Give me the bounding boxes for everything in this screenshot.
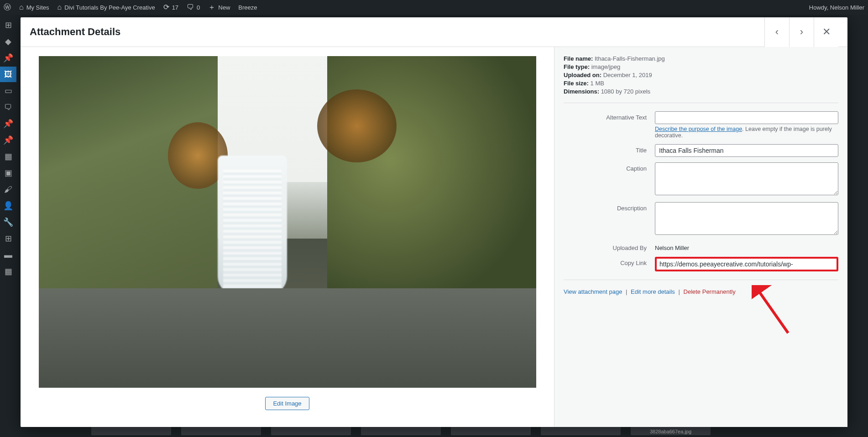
attachment-actions: View attachment page | Edit more details… xyxy=(564,280,838,295)
modal-header: Attachment Details ‹ › ✕ xyxy=(21,17,847,47)
dimensions-value: 1080 by 720 pixels xyxy=(601,88,650,95)
uploaded-on-label: Uploaded on: xyxy=(564,72,601,78)
title-label: Title xyxy=(564,144,655,154)
menu-pin3[interactable]: 📌 xyxy=(0,132,16,148)
new-content-link[interactable]: ＋New xyxy=(208,4,230,11)
comments-count: 0 xyxy=(197,4,200,11)
chevron-left-icon: ‹ xyxy=(775,26,779,38)
howdy-link[interactable]: Howdy, Nelson Miller xyxy=(809,4,864,11)
caption-textarea[interactable] xyxy=(655,162,838,195)
menu-tools[interactable]: 🔧 xyxy=(0,214,16,230)
new-label: New xyxy=(218,4,230,11)
file-meta-block: File name: Ithaca-Falls-Fisherman.jpg Fi… xyxy=(564,55,838,103)
admin-sidebar: ⊞ ◆ 📌 🖼 ▭ 🗨 📌 📌 ▦ ▣ 🖌 👤 🔧 ⊞ ▬ ▦ xyxy=(0,15,16,437)
caption-label: Caption xyxy=(564,162,655,172)
file-size-label: File size: xyxy=(564,80,589,87)
file-size-value: 1 MB xyxy=(591,80,604,87)
bg-thumb-caption: 3828aba667ea.jpg xyxy=(650,429,691,434)
menu-folder[interactable]: ▬ xyxy=(0,247,16,263)
refresh-icon: ⟳ xyxy=(163,4,169,11)
plus-icon: ＋ xyxy=(208,4,215,11)
menu-dashboard[interactable]: ⊞ xyxy=(0,17,16,33)
action-sep: | xyxy=(679,288,680,295)
copy-link-label: Copy Link xyxy=(564,257,655,266)
uploaded-by-value: Nelson Miller xyxy=(655,242,838,251)
chevron-right-icon: › xyxy=(800,26,803,38)
copy-link-input[interactable] xyxy=(655,257,838,271)
menu-divi[interactable]: ◆ xyxy=(0,34,16,49)
comments-link[interactable]: 🗨0 xyxy=(187,4,200,11)
wp-logo[interactable]: ⓦ xyxy=(4,4,11,11)
menu-appearance[interactable]: 🖌 xyxy=(0,182,16,197)
updates-count: 17 xyxy=(172,4,178,11)
site-name-link[interactable]: ⌂Divi Tutorials By Pee-Aye Creative xyxy=(58,4,155,11)
home-icon: ⌂ xyxy=(58,4,62,11)
title-input[interactable] xyxy=(655,144,838,157)
action-sep: | xyxy=(626,288,627,295)
file-type-label: File type: xyxy=(564,63,590,70)
wordpress-icon: ⓦ xyxy=(4,4,11,11)
menu-comments[interactable]: 🗨 xyxy=(0,99,16,115)
my-sites-label: My Sites xyxy=(26,4,49,11)
edit-image-button[interactable]: Edit Image xyxy=(265,397,309,410)
menu-pin[interactable]: 📌 xyxy=(0,50,16,66)
file-name-value: Ithaca-Falls-Fisherman.jpg xyxy=(595,55,665,62)
site-name-label: Divi Tutorials By Pee-Aye Creative xyxy=(64,4,155,11)
alt-help-text: Describe the purpose of the image. Leave… xyxy=(655,126,838,139)
uploaded-on-value: December 1, 2019 xyxy=(603,72,652,78)
file-type-value: image/jpeg xyxy=(591,63,621,70)
details-pane: File name: Ithaca-Falls-Fisherman.jpg Fi… xyxy=(554,47,847,427)
my-sites-link[interactable]: ⌂My Sites xyxy=(19,4,49,11)
next-attachment-button[interactable]: › xyxy=(789,17,814,47)
prev-attachment-button[interactable]: ‹ xyxy=(764,17,789,47)
description-textarea[interactable] xyxy=(655,202,838,235)
comment-icon: 🗨 xyxy=(187,4,194,11)
menu-pages[interactable]: ▭ xyxy=(0,83,16,99)
howdy-label: Howdy, Nelson Miller xyxy=(809,4,864,11)
media-preview-pane: Edit Image xyxy=(21,47,554,427)
delete-permanently-link[interactable]: Delete Permanently xyxy=(684,288,736,295)
attachment-image xyxy=(39,56,536,388)
menu-media[interactable]: 🖼 xyxy=(0,67,16,82)
menu-settings[interactable]: ⊞ xyxy=(0,231,16,246)
updates-link[interactable]: ⟳17 xyxy=(163,4,178,11)
modal-title: Attachment Details xyxy=(30,26,120,38)
breeze-label: Breeze xyxy=(238,4,257,11)
sites-icon: ⌂ xyxy=(19,4,24,11)
edit-more-details-link[interactable]: Edit more details xyxy=(631,288,675,295)
svg-line-0 xyxy=(757,289,788,333)
alt-help-link[interactable]: Describe the purpose of the image xyxy=(655,126,742,132)
file-name-label: File name: xyxy=(564,55,593,62)
close-icon: ✕ xyxy=(822,26,831,38)
uploaded-by-label: Uploaded By xyxy=(564,242,655,251)
menu-pin2[interactable]: 📌 xyxy=(0,116,16,131)
alt-text-input[interactable] xyxy=(655,111,838,124)
view-attachment-page-link[interactable]: View attachment page xyxy=(564,288,622,295)
menu-woo[interactable]: ▦ xyxy=(0,149,16,164)
dimensions-label: Dimensions: xyxy=(564,88,599,95)
breeze-link[interactable]: Breeze xyxy=(238,4,257,11)
admin-bar: ⓦ ⌂My Sites ⌂Divi Tutorials By Pee-Aye C… xyxy=(0,0,868,15)
menu-extra[interactable]: ▦ xyxy=(0,264,16,279)
menu-box[interactable]: ▣ xyxy=(0,165,16,181)
description-label: Description xyxy=(564,202,655,212)
attachment-details-modal: Attachment Details ‹ › ✕ Edit xyxy=(21,17,847,427)
alt-text-label: Alternative Text xyxy=(564,111,655,121)
close-modal-button[interactable]: ✕ xyxy=(814,17,838,47)
menu-users[interactable]: 👤 xyxy=(0,198,16,213)
